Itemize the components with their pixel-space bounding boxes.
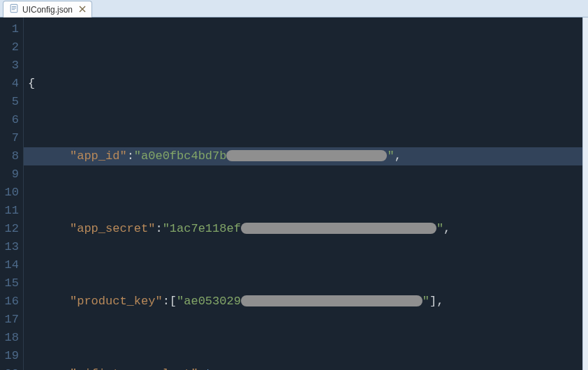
json-string: ae053029 xyxy=(184,295,241,308)
line-number: 1 xyxy=(0,20,19,38)
line-number-gutter: 1234567891011121314151617181920 xyxy=(0,17,24,370)
json-key: wifi_type_select xyxy=(77,367,191,370)
line-number: 8 xyxy=(0,147,19,165)
code-line: "app_secret":"1ac7e118ef", xyxy=(24,220,582,238)
line-number: 5 xyxy=(0,93,19,111)
line-number: 10 xyxy=(0,184,19,202)
line-number: 19 xyxy=(0,347,19,365)
line-number: 7 xyxy=(0,129,19,147)
line-number: 2 xyxy=(0,38,19,57)
json-string: 1ac7e118ef xyxy=(170,222,241,235)
file-tab-label: UIConfig.json xyxy=(22,5,73,15)
line-number: 17 xyxy=(0,311,19,329)
overview-ruler xyxy=(582,17,588,370)
line-number: 6 xyxy=(0,111,19,129)
line-number: 9 xyxy=(0,165,19,184)
json-string: a0e0fbc4bd7b xyxy=(141,149,226,163)
json-key: app_id xyxy=(77,149,119,163)
line-number: 18 xyxy=(0,329,19,347)
tab-bar: UIConfig.json xyxy=(0,0,588,17)
line-number: 16 xyxy=(0,293,19,311)
line-number: 13 xyxy=(0,238,19,256)
code-line: "product_key":["ae053029"], xyxy=(24,293,582,311)
line-number: 4 xyxy=(0,75,19,93)
code-line: "app_id":"a0e0fbc4bd7b", xyxy=(24,147,582,165)
line-number: 3 xyxy=(0,57,19,75)
line-number: 14 xyxy=(0,256,19,274)
redacted-value xyxy=(226,150,387,161)
file-tab[interactable]: UIConfig.json xyxy=(3,1,92,17)
file-icon xyxy=(9,3,19,15)
line-number: 15 xyxy=(0,274,19,293)
redacted-value xyxy=(241,295,422,306)
redacted-value xyxy=(241,223,436,234)
line-number: 20 xyxy=(0,365,19,370)
json-key: product_key xyxy=(77,295,155,308)
line-number: 12 xyxy=(0,220,19,238)
json-key: app_secret xyxy=(77,222,148,235)
close-icon[interactable] xyxy=(76,5,86,15)
code-area[interactable]: { "app_id":"a0e0fbc4bd7b", "app_secret":… xyxy=(24,17,582,370)
editor[interactable]: 1234567891011121314151617181920 { "app_i… xyxy=(0,17,588,370)
code-line: { xyxy=(24,75,582,93)
code-line: "wifi_type_select":true, xyxy=(24,365,582,370)
line-number: 11 xyxy=(0,202,19,220)
json-boolean: true xyxy=(205,367,234,370)
